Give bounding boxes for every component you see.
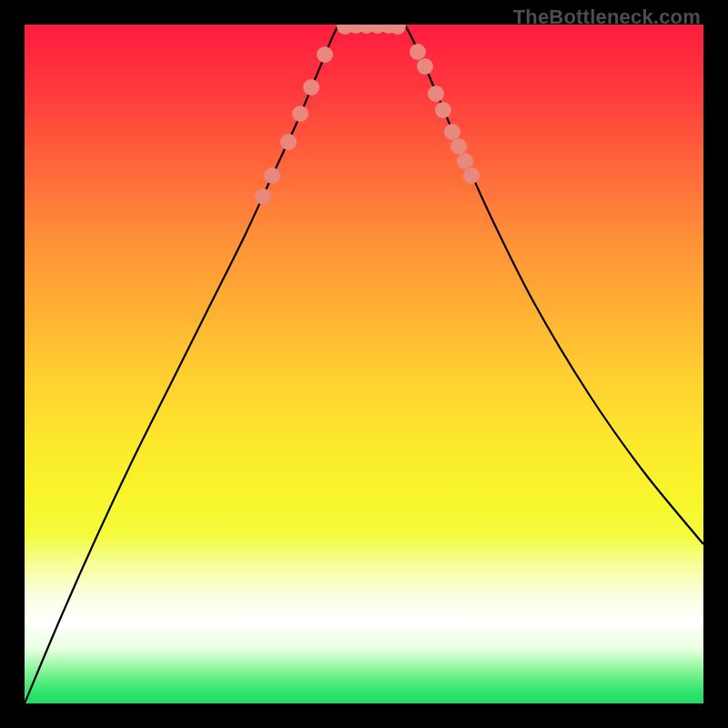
data-dot-left [264, 167, 280, 184]
data-dot-right [428, 86, 444, 102]
data-dot-right [450, 138, 467, 155]
data-dot-left [292, 106, 308, 122]
data-dot-left [303, 79, 319, 96]
chart-frame: TheBottleneck.com [0, 0, 728, 728]
data-dot-right [457, 153, 473, 169]
data-dot-right [463, 167, 480, 184]
data-dot-right [417, 58, 433, 75]
data-dot-left [317, 46, 333, 63]
chart-svg [25, 25, 703, 703]
data-dot-right [444, 124, 460, 140]
data-dot-right [435, 102, 451, 118]
data-dot-left [280, 134, 297, 150]
data-dot-left [255, 188, 271, 205]
data-dot-plateau [389, 25, 406, 35]
bottleneck-curve [25, 25, 703, 703]
data-dot-right [410, 44, 426, 60]
